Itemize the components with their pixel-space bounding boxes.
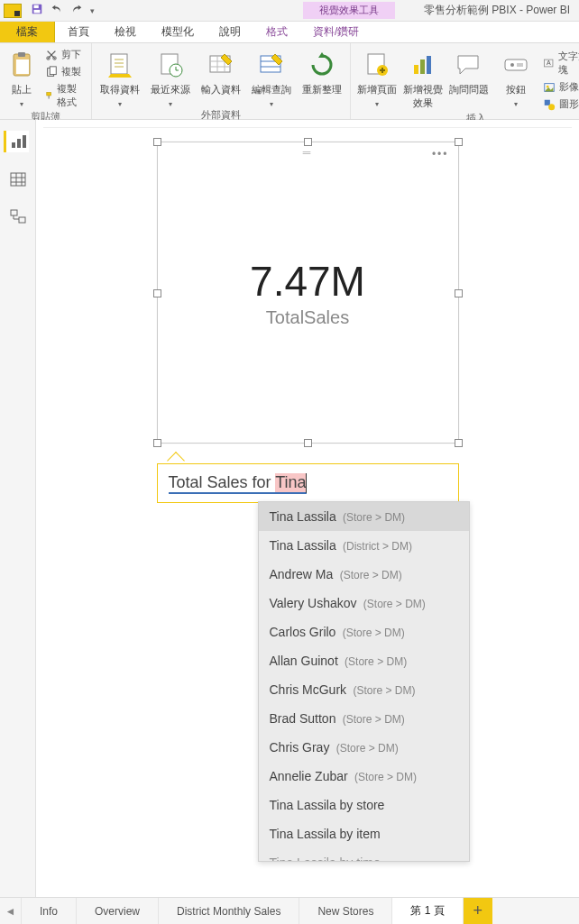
resize-handle[interactable] bbox=[153, 138, 161, 146]
visual-menu-icon[interactable]: ••• bbox=[432, 148, 449, 160]
resize-handle[interactable] bbox=[304, 138, 312, 146]
suggestion-item[interactable]: Tina Lassila (District > DM) bbox=[259, 531, 469, 560]
buttons-button[interactable]: 按鈕▾ bbox=[495, 45, 536, 108]
view-rail bbox=[0, 120, 36, 897]
undo-icon[interactable] bbox=[51, 3, 63, 18]
svg-rect-4 bbox=[18, 52, 25, 57]
page-tab-newstores[interactable]: New Stores bbox=[299, 898, 392, 924]
model-view-button[interactable] bbox=[5, 206, 31, 228]
clipboard-icon bbox=[7, 50, 36, 79]
qat-dropdown-icon[interactable]: ▾ bbox=[90, 6, 95, 15]
resize-handle[interactable] bbox=[455, 289, 463, 297]
suggestion-item[interactable]: Annelie Zubar (Store > DM) bbox=[259, 762, 469, 791]
enter-data-button[interactable]: 輸入資料 bbox=[198, 45, 244, 96]
suggestion-item[interactable]: Tina Lassila by time bbox=[259, 848, 469, 862]
add-page-button[interactable]: + bbox=[464, 898, 492, 924]
copy-button[interactable]: 複製 bbox=[43, 64, 86, 79]
suggestion-item[interactable]: Andrew Ma (Store > DM) bbox=[259, 560, 469, 589]
suggestion-name: Tina Lassila bbox=[270, 538, 336, 553]
suggestion-item[interactable]: Tina Lassila by item bbox=[259, 819, 469, 848]
new-visual-button[interactable]: 新增視覺效果 bbox=[402, 45, 443, 110]
tab-format[interactable]: 格式 bbox=[253, 22, 300, 42]
svg-rect-21 bbox=[427, 56, 431, 74]
svg-rect-31 bbox=[12, 142, 15, 148]
resize-handle[interactable] bbox=[153, 439, 161, 447]
refresh-button[interactable]: 重新整理 bbox=[299, 45, 345, 96]
tab-data[interactable]: 資料/鑽研 bbox=[300, 22, 372, 42]
cut-button[interactable]: 剪下 bbox=[43, 47, 86, 62]
metric-value: 7.47M bbox=[250, 257, 365, 306]
shapes-button[interactable]: 圖形 ▾ bbox=[541, 96, 579, 112]
buttons-icon bbox=[501, 50, 530, 79]
paste-button[interactable]: 貼上 ▾ bbox=[5, 45, 38, 108]
suggestion-name: Tina Lassila by item bbox=[270, 827, 381, 841]
resize-handle[interactable] bbox=[455, 138, 463, 146]
suggestion-item[interactable]: Chris Gray (Store > DM) bbox=[259, 733, 469, 762]
textbox-button[interactable]: A文字方塊 bbox=[541, 49, 579, 78]
tab-help[interactable]: 說明 bbox=[207, 22, 253, 42]
report-canvas[interactable]: ═ ••• 7.47M TotalSales Total Sales for T… bbox=[36, 120, 579, 897]
card-visual[interactable]: ═ ••• 7.47M TotalSales bbox=[157, 142, 459, 444]
page-tab-district[interactable]: District Monthly Sales bbox=[159, 898, 299, 924]
suggestion-item[interactable]: Carlos Grilo (Store > DM) bbox=[259, 618, 469, 646]
text-caret bbox=[306, 473, 307, 493]
suggestion-item[interactable]: Allan Guinot (Store > DM) bbox=[259, 646, 469, 675]
svg-rect-24 bbox=[517, 63, 523, 67]
qna-input[interactable]: Total Sales for Tina bbox=[157, 463, 459, 503]
data-view-button[interactable] bbox=[5, 169, 31, 190]
svg-rect-11 bbox=[48, 96, 49, 99]
new-page-icon bbox=[363, 50, 391, 79]
title-bar: ▾ 視覺效果工具 零售分析範例 PBIX - Power BI bbox=[0, 0, 579, 22]
redo-icon[interactable] bbox=[70, 3, 83, 18]
tab-file[interactable]: 檔案 bbox=[0, 22, 55, 42]
tab-modeling[interactable]: 模型化 bbox=[149, 22, 207, 42]
svg-rect-1 bbox=[34, 5, 39, 9]
page-tab-page1[interactable]: 第 1 頁 bbox=[392, 898, 463, 924]
image-button[interactable]: 影像 bbox=[541, 79, 579, 95]
suggestion-scope: (Store > DM) bbox=[339, 713, 404, 726]
page-tab-info[interactable]: Info bbox=[22, 898, 77, 924]
svg-rect-20 bbox=[420, 59, 425, 74]
suggestion-name: Chris Gray bbox=[270, 740, 330, 755]
recent-sources-button[interactable]: 最近來源▾ bbox=[148, 45, 193, 108]
suggestion-item[interactable]: Chris McGurk (Store > DM) bbox=[259, 675, 469, 704]
visual-body: 7.47M TotalSales bbox=[158, 142, 458, 443]
suggestion-name: Tina Lassila by store bbox=[270, 798, 385, 812]
report-view-button[interactable] bbox=[4, 131, 29, 152]
paste-label: 貼上 bbox=[12, 83, 32, 96]
chat-icon bbox=[455, 50, 483, 79]
tabs-scroll-left[interactable]: ◄ bbox=[0, 898, 22, 924]
suggestion-item[interactable]: Tina Lassila by store bbox=[259, 791, 469, 819]
save-icon[interactable] bbox=[31, 3, 43, 18]
edit-queries-icon bbox=[257, 50, 286, 79]
new-page-button[interactable]: 新增頁面▾ bbox=[356, 45, 397, 108]
suggestion-scope: (Store > DM) bbox=[339, 627, 404, 639]
qna-typing: Tina bbox=[275, 473, 306, 494]
get-data-button[interactable]: 取得資料▾ bbox=[97, 45, 142, 108]
page-tab-overview[interactable]: Overview bbox=[77, 898, 159, 924]
suggestion-item[interactable]: Valery Ushakov (Store > DM) bbox=[259, 589, 469, 618]
tab-view[interactable]: 檢視 bbox=[102, 22, 149, 42]
suggestion-name: Chris McGurk bbox=[270, 682, 347, 697]
suggestion-name: Tina Lassila bbox=[270, 509, 336, 524]
suggestion-scope: (District > DM) bbox=[340, 540, 412, 553]
refresh-icon bbox=[308, 50, 336, 79]
suggestion-scope: (Store > DM) bbox=[361, 598, 426, 610]
resize-handle[interactable] bbox=[153, 289, 161, 297]
drag-grip-icon[interactable]: ═ bbox=[303, 146, 313, 159]
tab-home[interactable]: 首頁 bbox=[55, 22, 102, 42]
ribbon: 貼上 ▾ 剪下 複製 複製格式 剪貼簿 取得資料▾ 最近來源▾ 輸入資料 bbox=[0, 43, 579, 120]
suggestion-name: Tina Lassila by time bbox=[270, 855, 381, 862]
suggestion-item[interactable]: Brad Sutton (Store > DM) bbox=[259, 704, 469, 733]
format-painter-button[interactable]: 複製格式 bbox=[43, 81, 86, 110]
edit-queries-button[interactable]: 編輯查詢▾ bbox=[249, 45, 294, 108]
svg-rect-12 bbox=[111, 54, 127, 74]
resize-handle[interactable] bbox=[455, 439, 463, 447]
svg-rect-9 bbox=[50, 66, 56, 74]
suggestion-scope: (Store > DM) bbox=[350, 684, 415, 697]
resize-handle[interactable] bbox=[304, 439, 312, 447]
ask-question-button[interactable]: 詢問問題 bbox=[449, 45, 490, 96]
suggestion-item[interactable]: Tina Lassila (Store > DM) bbox=[259, 502, 469, 531]
app-icon bbox=[4, 4, 22, 18]
svg-rect-34 bbox=[11, 173, 25, 186]
